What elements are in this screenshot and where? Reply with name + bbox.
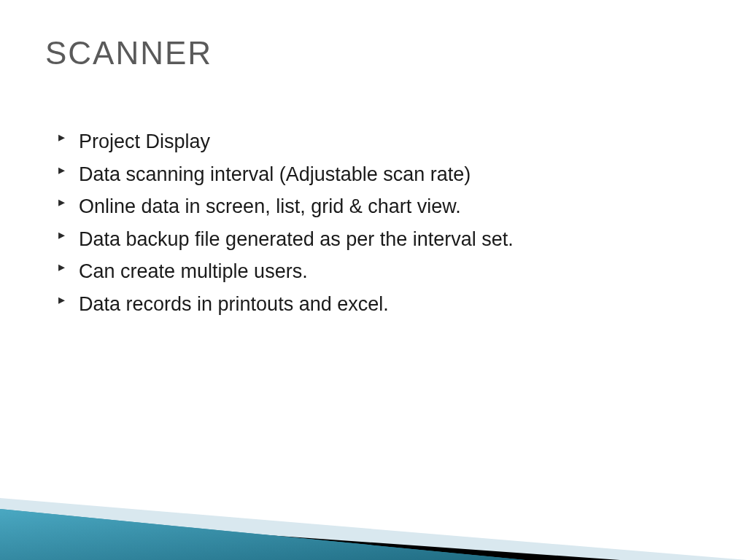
footer-decoration [0,458,747,560]
svg-marker-3 [0,509,525,560]
svg-marker-0 [0,498,747,560]
bullet-list: Project Display Data scanning interval (… [58,125,703,320]
list-item: Project Display [58,125,703,158]
list-item: Data records in printouts and excel. [58,288,703,321]
slide-title: SCANNER [45,35,212,71]
svg-marker-2 [0,509,525,560]
list-item: Can create multiple users. [58,255,703,288]
list-item: Online data in screen, list, grid & char… [58,190,703,223]
list-item: Data backup file generated as per the in… [58,223,703,256]
list-item: Data scanning interval (Adjustable scan … [58,158,703,191]
svg-marker-1 [0,516,620,560]
